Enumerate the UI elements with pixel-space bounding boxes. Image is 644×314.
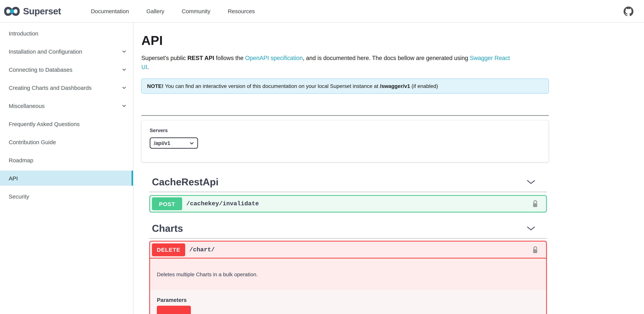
navbar-links: Documentation Gallery Community Resource… (82, 8, 264, 14)
section-title: CacheRestApi (149, 176, 219, 188)
docs-sidebar: Introduction Installation and Configurat… (0, 23, 134, 314)
server-select[interactable]: /api/v1 (150, 137, 198, 149)
note-label: NOTE! (147, 83, 164, 89)
brand-link[interactable]: Superset (4, 5, 61, 17)
chevron-down-icon (122, 104, 126, 107)
chevron-down-icon (526, 226, 536, 231)
sidebar-item-api[interactable]: API (0, 170, 133, 186)
page: Superset Documentation Gallery Community… (0, 0, 644, 314)
sidebar-item-label: Contribution Guide (9, 139, 56, 145)
intro-text: . (147, 64, 149, 70)
sidebar-item-label: Miscellaneous (9, 103, 44, 109)
superset-logo-icon (4, 5, 20, 17)
sidebar-item-contribution-guide[interactable]: Contribution Guide (0, 134, 133, 150)
sidebar-item-introduction[interactable]: Introduction (0, 26, 133, 41)
nav-link-resources[interactable]: Resources (219, 8, 264, 14)
section-divider (149, 238, 547, 239)
sidebar-item-creating-charts-and-dashboards[interactable]: Creating Charts and Dashboards (0, 80, 133, 95)
intro-text: , and is documented here. The docs bello… (303, 55, 470, 61)
delete-method-badge: DELETE (152, 243, 185, 256)
chevron-down-icon (122, 50, 126, 53)
sidebar-item-connecting-to-databases[interactable]: Connecting to Databases (0, 62, 133, 77)
section-divider (149, 192, 547, 192)
server-select-value: /api/v1 (154, 140, 170, 146)
section-header-charts[interactable]: Charts (149, 222, 547, 234)
operation-summary[interactable]: POST /cachekey/invalidate (150, 196, 546, 212)
swagger-operations: CacheRestApi POST /cachekey/invalidate (149, 176, 547, 314)
lock-icon[interactable] (532, 246, 538, 253)
sidebar-item-label: API (9, 175, 18, 181)
sidebar-item-miscellaneous[interactable]: Miscellaneous (0, 98, 133, 113)
note-text: (if enabled) (410, 83, 438, 89)
github-link[interactable] (624, 6, 634, 16)
servers-label: Servers (150, 128, 540, 133)
intro-text: Superset's public (141, 55, 188, 61)
sidebar-item-installation-and-configuration[interactable]: Installation and Configuration (0, 44, 133, 59)
sidebar-item-label: Creating Charts and Dashboards (9, 84, 92, 91)
page-title: API (141, 33, 549, 48)
sidebar-item-label: Introduction (9, 30, 38, 36)
sidebar-item-label: Installation and Configuration (9, 48, 82, 54)
chevron-down-icon (526, 180, 536, 184)
main-content: API Superset's public REST API follows t… (134, 23, 644, 314)
operation-path: /chart/ (189, 246, 215, 253)
sidebar-item-roadmap[interactable]: Roadmap (0, 153, 133, 167)
chevron-down-icon (122, 86, 126, 89)
swagger-react-ui-link[interactable]: Swagger React (470, 55, 510, 61)
note-swagger-path: /swagger/v1 (380, 83, 410, 89)
github-icon (624, 6, 634, 16)
operation-summary[interactable]: DELETE /chart/ (150, 242, 546, 259)
swagger-react-ui-link[interactable]: UI (141, 64, 147, 70)
sidebar-item-label: Connecting to Databases (9, 66, 72, 73)
openapi-specification-link[interactable]: OpenAPI specification (245, 55, 303, 61)
chevron-down-icon (190, 142, 194, 144)
sidebar-item-frequently-asked-questions[interactable]: Frequently Asked Questions (0, 116, 133, 131)
intro-text: follows the (214, 55, 245, 61)
section-title: Charts (149, 222, 183, 234)
opblock-post-cachekey-invalidate: POST /cachekey/invalidate (149, 195, 547, 212)
intro-paragraph: Superset's public REST API follows the O… (141, 54, 549, 71)
nav-link-documentation[interactable]: Documentation (82, 8, 138, 14)
note-admonition: NOTE! You can find an interactive versio… (141, 78, 549, 94)
post-method-badge: POST (152, 197, 182, 210)
operation-path: /cachekey/invalidate (186, 200, 259, 207)
brand-title: Superset (23, 6, 61, 16)
nav-link-gallery[interactable]: Gallery (138, 8, 173, 14)
operation-description: Deletes multiple Charts in a bulk operat… (150, 259, 546, 290)
parameters-label: Parameters (157, 297, 539, 303)
chevron-down-icon (122, 68, 126, 71)
parameters-section: Parameters (150, 290, 546, 314)
sidebar-item-label: Security (9, 193, 29, 199)
delete-badge-clipped (157, 306, 191, 314)
lock-icon[interactable] (532, 200, 538, 208)
opblock-delete-chart: DELETE /chart/ Deletes multiple Charts i… (149, 241, 547, 314)
note-text: You can find an interactive version of t… (164, 83, 380, 89)
sidebar-item-label: Frequently Asked Questions (9, 121, 80, 127)
servers-card: Servers /api/v1 (141, 120, 549, 162)
navbar: Superset Documentation Gallery Community… (0, 0, 644, 23)
sidebar-item-security[interactable]: Security (0, 189, 133, 204)
nav-link-community[interactable]: Community (173, 8, 219, 14)
sidebar-item-label: Roadmap (9, 157, 33, 163)
divider (141, 115, 549, 116)
section-header-cacherestapi[interactable]: CacheRestApi (149, 176, 547, 188)
intro-bold-rest-api: REST API (188, 55, 214, 61)
